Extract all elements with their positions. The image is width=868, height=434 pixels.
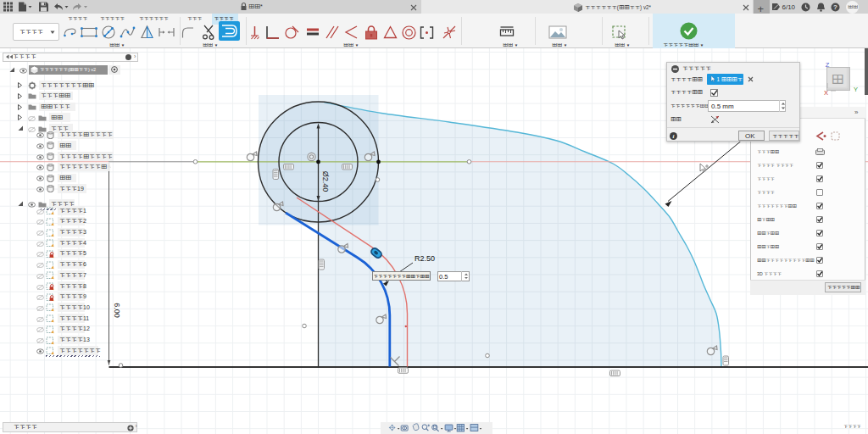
svg-text:i: i — [673, 133, 675, 140]
